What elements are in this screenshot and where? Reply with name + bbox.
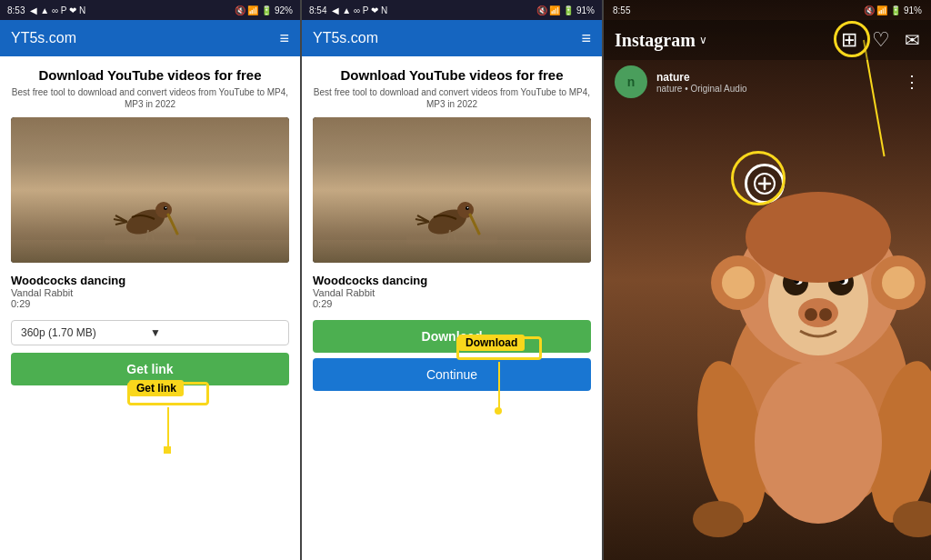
yt-header-2: Download YouTube videos for free Best fr… [313, 56, 591, 117]
video-thumb-2 [313, 117, 591, 263]
callout-dot-download [495, 407, 502, 415]
video-title-1: Woodcocks dancing [11, 274, 289, 287]
svg-point-5 [165, 207, 167, 209]
monkey-figure-container [691, 105, 931, 560]
bird-svg-2 [406, 190, 497, 245]
yt-subtitle-2: Best free tool to download and convert v… [313, 86, 591, 110]
status-battery-1: 🔇 📶 🔋 92% [235, 5, 293, 15]
svg-line-11 [470, 215, 479, 234]
status-right-2: 🔇 📶 🔋 91% [536, 5, 595, 15]
svg-point-35 [693, 501, 744, 537]
hamburger-icon-2[interactable]: ≡ [581, 29, 591, 48]
insta-title-group: Instagram ∨ [615, 30, 707, 51]
yt-main-title-1: Download YouTube videos for free [11, 67, 289, 83]
quality-selector-1[interactable]: 360p (1.70 MB) ▼ [11, 320, 289, 345]
heart-icon[interactable]: ♡ [872, 28, 890, 52]
panel1-yt5s-getlink: 8:53 ◀ ▲ ∞ P ❤ N 🔇 📶 🔋 92% YT5s.com ≡ Do… [0, 0, 302, 560]
callout-dot-getlink [164, 446, 171, 454]
svg-point-13 [467, 207, 469, 209]
quality-label-1: 360p (1.70 MB) [21, 326, 150, 339]
status-icons-3: 🔇 📶 🔋 91% [864, 5, 922, 15]
status-time-2: 8:54 [309, 5, 326, 15]
video-author-2: Vandal Rabbit [313, 287, 591, 298]
add-icon-wrapper: ⊞ [841, 28, 857, 52]
continue-button-2[interactable]: Continue [313, 358, 591, 391]
svg-point-37 [755, 360, 882, 524]
status-battery-2: 🔇 📶 🔋 91% [536, 5, 595, 15]
video-thumb-1 [11, 117, 289, 263]
plus-icon [754, 173, 776, 195]
appbar-2: YT5s.com ≡ [302, 20, 602, 56]
hamburger-icon-1[interactable]: ≡ [279, 29, 289, 48]
download-btn-container: Download [313, 320, 591, 353]
video-author-1: Vandal Rabbit [11, 287, 289, 298]
appbar-title-2: YT5s.com [313, 30, 378, 46]
panel3-instagram: 8:55 🔇 📶 🔋 91% Instagram ∨ ⊞ ♡ ✉ n natur… [604, 0, 931, 560]
svg-point-29 [798, 298, 838, 327]
bird-scene-1 [11, 117, 289, 263]
messenger-icon[interactable]: ✉ [905, 29, 920, 51]
bird-svg-1 [105, 190, 195, 245]
insta-title-arrow-icon[interactable]: ∨ [699, 34, 707, 46]
yt-subtitle-1: Best free tool to download and convert v… [11, 86, 289, 110]
svg-point-32 [746, 192, 891, 283]
callout-label-getlink: Get link [129, 380, 184, 396]
video-info-2: Woodcocks dancing Vandal Rabbit 0:29 [313, 270, 591, 320]
status-left-2: 8:54 ◀ ▲ ∞ P ❤ N [309, 5, 387, 15]
yt-content-1: Download YouTube videos for free Best fr… [0, 56, 300, 560]
more-options-icon[interactable]: ⋮ [904, 72, 920, 92]
yt-content-2: Download YouTube videos for free Best fr… [302, 56, 602, 560]
video-duration-2: 0:29 [313, 298, 591, 309]
dropdown-arrow-icon-1: ▼ [150, 326, 279, 339]
video-info-1: Woodcocks dancing Vandal Rabbit 0:29 [11, 270, 289, 320]
user-name: nature [656, 71, 895, 84]
appbar-1: YT5s.com ≡ [0, 20, 300, 56]
video-title-2: Woodcocks dancing [313, 274, 591, 287]
insta-user-bar: n nature nature • Original Audio ⋮ [604, 60, 931, 104]
svg-point-31 [819, 308, 832, 321]
callout-label-download: Download [458, 335, 525, 351]
callout-line-getlink [167, 407, 169, 448]
panel2-yt5s-download: 8:54 ◀ ▲ ∞ P ❤ N 🔇 📶 🔋 91% YT5s.com ≡ Do… [302, 0, 604, 560]
avatar-letter: n [615, 65, 647, 98]
download-button-2[interactable]: Download [313, 320, 591, 353]
user-info: nature nature • Original Audio [656, 71, 895, 94]
yt-header-1: Download YouTube videos for free Best fr… [11, 56, 289, 117]
user-audio: nature • Original Audio [656, 84, 895, 94]
bird-scene-2 [313, 117, 591, 263]
appbar-title-1: YT5s.com [11, 30, 76, 46]
status-right-1: 🔇 📶 🔋 92% [235, 5, 293, 15]
add-icon[interactable]: ⊞ [841, 28, 857, 51]
status-left-1: 8:53 ◀ ▲ ∞ P ❤ N [7, 5, 85, 15]
status-time-1: 8:53 [7, 5, 25, 15]
svg-point-20 [722, 266, 755, 299]
status-bar-1: 8:53 ◀ ▲ ∞ P ❤ N 🔇 📶 🔋 92% [0, 0, 300, 20]
yt-main-title-2: Download YouTube videos for free [313, 67, 591, 83]
video-duration-1: 0:29 [11, 298, 289, 309]
monkey-svg [691, 105, 931, 560]
status-signal-icons-1: ◀ ▲ ∞ P ❤ N [30, 5, 85, 15]
status-bar-3: 8:55 🔇 📶 🔋 91% [604, 0, 931, 20]
status-signal-icons-2: ◀ ▲ ∞ P ❤ N [332, 5, 387, 15]
status-time-3: 8:55 [613, 5, 630, 15]
insta-app-title: Instagram [615, 30, 696, 51]
add-circle-button[interactable] [745, 164, 785, 204]
insta-appbar: Instagram ∨ ⊞ ♡ ✉ [604, 20, 931, 60]
callout-line-download [498, 362, 500, 409]
user-avatar: n [615, 65, 647, 98]
status-bar-2: 8:54 ◀ ▲ ∞ P ❤ N 🔇 📶 🔋 91% [302, 0, 602, 20]
svg-point-22 [882, 266, 915, 299]
insta-header-icons: ⊞ ♡ ✉ [841, 28, 920, 52]
svg-point-30 [805, 308, 817, 321]
svg-line-3 [168, 215, 177, 234]
